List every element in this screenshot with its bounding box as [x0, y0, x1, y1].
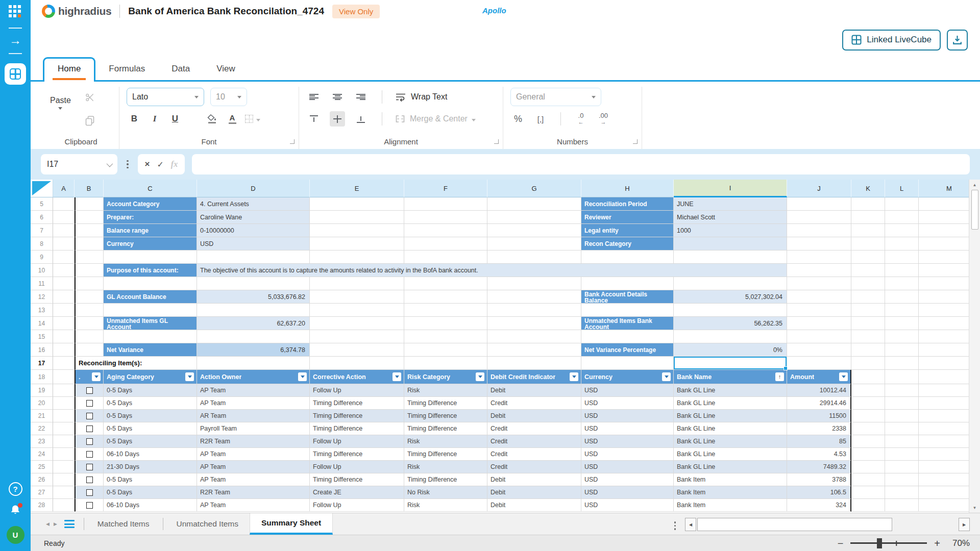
cell-H[interactable]: Reviewer: [581, 211, 674, 224]
table-cell[interactable]: USD: [581, 473, 674, 486]
table-cell[interactable]: Credit: [487, 422, 581, 435]
table-cell[interactable]: Bank GL Line: [674, 384, 787, 397]
table-header-cell[interactable]: Corrective Action: [310, 370, 404, 384]
cell-K[interactable]: [851, 370, 885, 384]
cell-A[interactable]: [53, 473, 75, 486]
selected-cell-I17[interactable]: [674, 357, 787, 370]
cell-F[interactable]: [404, 237, 487, 251]
table-cell[interactable]: USD: [581, 410, 674, 422]
cell-G[interactable]: [487, 343, 581, 357]
checkbox-cell[interactable]: [75, 473, 104, 486]
cell-A[interactable]: [53, 435, 75, 448]
select-all-corner[interactable]: [31, 180, 53, 197]
row-header-25[interactable]: 25: [31, 461, 53, 473]
cell-B[interactable]: [75, 304, 104, 317]
table-cell[interactable]: Risk: [404, 461, 487, 473]
cell-J[interactable]: [787, 357, 851, 370]
table-cell[interactable]: Follow Up: [310, 461, 404, 473]
cell-G[interactable]: [487, 211, 581, 224]
table-cell[interactable]: Bank Item: [674, 499, 787, 512]
cell-D[interactable]: 0-10000000: [197, 224, 310, 237]
table-cell[interactable]: Timing Difference: [310, 410, 404, 422]
row-checkbox[interactable]: [86, 464, 93, 470]
filter-icon[interactable]: [839, 372, 848, 381]
cell-B[interactable]: [75, 343, 104, 357]
table-cell[interactable]: Timing Difference: [404, 410, 487, 422]
align-left-icon[interactable]: [306, 89, 322, 105]
cell-C[interactable]: Purpose of this account:: [104, 264, 197, 277]
table-cell[interactable]: USD: [581, 499, 674, 512]
cell-B[interactable]: [75, 224, 104, 237]
row-header-9[interactable]: 9: [31, 251, 53, 264]
column-header-A[interactable]: A: [53, 180, 75, 197]
cell-D[interactable]: [197, 304, 310, 317]
table-cell[interactable]: AP Team: [197, 499, 310, 512]
borders-icon[interactable]: [245, 111, 260, 127]
cell-K[interactable]: [851, 224, 885, 237]
checkbox-cell[interactable]: [75, 435, 104, 448]
cell-K[interactable]: [851, 357, 885, 370]
table-cell[interactable]: Follow Up: [310, 499, 404, 512]
column-header-D[interactable]: D: [197, 180, 310, 197]
cell-J[interactable]: [787, 290, 851, 304]
cell-A[interactable]: [53, 330, 75, 343]
row-checkbox[interactable]: [86, 489, 93, 496]
cell-L[interactable]: [885, 264, 919, 277]
cell-J[interactable]: [787, 211, 851, 224]
sheet-nav-left-icon[interactable]: ◀: [44, 519, 52, 529]
cell-H[interactable]: [581, 357, 674, 370]
merge-center-button[interactable]: Merge & Center: [396, 111, 476, 127]
cell-J[interactable]: [787, 251, 851, 264]
table-cell[interactable]: USD: [581, 461, 674, 473]
cell-D[interactable]: 62,637.20: [197, 317, 310, 330]
cell-K[interactable]: [851, 448, 885, 461]
cell-K[interactable]: [851, 397, 885, 410]
increase-decimal-icon[interactable]: .00→: [596, 111, 611, 127]
tab-view[interactable]: View: [203, 59, 249, 80]
align-right-icon[interactable]: [353, 89, 369, 105]
cell-E[interactable]: [310, 343, 404, 357]
alignment-dialog-launcher-icon[interactable]: [494, 139, 499, 144]
cell-L[interactable]: [885, 499, 919, 512]
zoom-slider-thumb[interactable]: [877, 538, 882, 548]
cell-K[interactable]: [851, 317, 885, 330]
cell-A[interactable]: [53, 304, 75, 317]
copy-icon[interactable]: [82, 113, 97, 129]
cell-B[interactable]: [75, 317, 104, 330]
table-cell-amount[interactable]: 7489.32: [787, 461, 851, 473]
tab-home[interactable]: Home: [43, 57, 95, 82]
cell-D[interactable]: [197, 330, 310, 343]
table-cell[interactable]: Credit: [487, 435, 581, 448]
cancel-icon[interactable]: ×: [145, 159, 150, 169]
cell-F[interactable]: [404, 317, 487, 330]
percent-style-icon[interactable]: %: [510, 111, 526, 127]
number-format-select[interactable]: General: [510, 88, 601, 106]
cell-K[interactable]: [851, 435, 885, 448]
filter-icon[interactable]: [570, 372, 578, 381]
row-header-17[interactable]: 17: [31, 357, 53, 370]
table-cell[interactable]: Bank GL Line: [674, 461, 787, 473]
checkbox-cell[interactable]: [75, 461, 104, 473]
vertical-scroll-thumb[interactable]: [971, 190, 978, 230]
table-cell[interactable]: USD: [581, 422, 674, 435]
checkbox-cell[interactable]: [75, 422, 104, 435]
row-header-11[interactable]: 11: [31, 277, 53, 290]
cell-J[interactable]: [787, 343, 851, 357]
cell-L[interactable]: [885, 304, 919, 317]
cell-H[interactable]: Legal entity: [581, 224, 674, 237]
cell-H[interactable]: Unmatched Items Bank Account: [581, 317, 674, 330]
formula-input[interactable]: [192, 154, 970, 174]
cell-reconciling-label[interactable]: Reconciling Item(s):: [75, 357, 197, 370]
cell-H[interactable]: [581, 251, 674, 264]
cell-C[interactable]: GL Account Balance: [104, 290, 197, 304]
cell-K[interactable]: [851, 211, 885, 224]
cell-L[interactable]: [885, 224, 919, 237]
cell-B[interactable]: [75, 237, 104, 251]
cell-C[interactable]: Account Category: [104, 197, 197, 211]
cell-L[interactable]: [885, 422, 919, 435]
cell-A[interactable]: [53, 237, 75, 251]
hscroll-right-icon[interactable]: ▶: [959, 518, 970, 531]
cell-K[interactable]: [851, 384, 885, 397]
cell-A[interactable]: [53, 224, 75, 237]
table-cell[interactable]: Timing Difference: [310, 448, 404, 461]
